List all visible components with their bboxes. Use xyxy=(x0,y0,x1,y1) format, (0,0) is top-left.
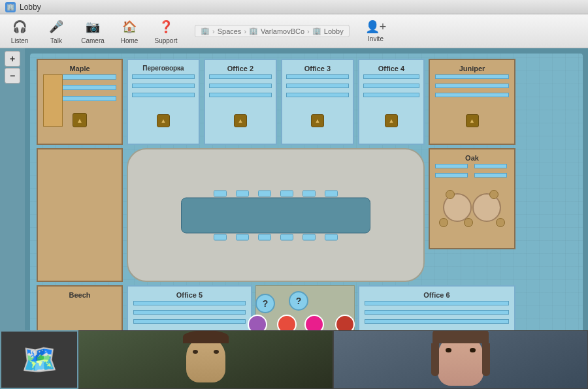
breadcrumb-company[interactable]: VarlamovBCo xyxy=(261,27,304,35)
breadcrumb-lobby-icon: 🏢 xyxy=(312,27,321,35)
zoom-out-button[interactable]: − xyxy=(5,68,20,84)
talk-label: Talk xyxy=(50,37,62,44)
camera-button[interactable]: 📷 Camera xyxy=(80,18,106,44)
home-button[interactable]: 🏠 Home xyxy=(116,18,142,44)
talk-button[interactable]: 🎤 Talk xyxy=(43,18,69,44)
unknown-person: ? xyxy=(255,294,275,313)
map-icon: 🗺️ xyxy=(22,343,57,377)
support-label: Support xyxy=(154,37,177,44)
toolbar: 🎧 Listen 🎤 Talk 📷 Camera 🏠 Home ❓ Suppor… xyxy=(0,14,588,48)
listen-label: Listen xyxy=(11,37,29,44)
breadcrumb-spaces-label[interactable]: Spaces xyxy=(218,27,242,35)
support-icon: ❓ xyxy=(157,18,175,36)
zoom-in-button[interactable]: + xyxy=(5,51,20,67)
room-office2[interactable]: Office 2 ▲ xyxy=(204,59,277,145)
room-peregovorka[interactable]: Переговорка ▲ xyxy=(127,59,200,145)
room-oak[interactable]: Oak xyxy=(429,148,515,249)
office5-label: Office 5 xyxy=(128,291,251,299)
office2-label: Office 2 xyxy=(205,65,276,72)
room-office3[interactable]: Office 3 ▲ xyxy=(281,59,354,145)
listen-icon: 🎧 xyxy=(10,18,29,36)
title-bar-text: Lobby xyxy=(20,3,41,12)
home-icon: 🏠 xyxy=(120,18,139,36)
video-cell-person2[interactable] xyxy=(333,330,588,389)
beech-label: Beech xyxy=(38,291,122,299)
peregovorka-label: Переговорка xyxy=(128,65,199,72)
invite-icon: 👤+ xyxy=(365,20,387,34)
office3-label: Office 3 xyxy=(282,65,353,72)
office4-label: Office 4 xyxy=(359,65,423,72)
maple-label: Maple xyxy=(38,65,122,72)
room-maple[interactable]: Maple ▲ xyxy=(37,59,123,145)
room-office4[interactable]: Office 4 ▲ xyxy=(358,59,425,145)
invite-label: Invite xyxy=(368,35,384,42)
oak-label: Oak xyxy=(430,154,514,162)
talk-icon: 🎤 xyxy=(47,18,65,36)
camera-label: Camera xyxy=(81,37,105,44)
breadcrumb-company-icon: 🏢 xyxy=(249,27,258,35)
title-bar: 🏢 Lobby xyxy=(0,0,588,14)
listen-button[interactable]: 🎧 Listen xyxy=(7,18,33,44)
home-label: Home xyxy=(121,37,139,44)
video-cell-person1[interactable] xyxy=(78,330,333,389)
office6-label: Office 6 xyxy=(359,291,514,299)
breadcrumb-spaces[interactable]: 🏢 xyxy=(201,27,210,35)
room-juniper[interactable]: Juniper ▲ xyxy=(429,59,515,145)
camera-icon: 📷 xyxy=(84,18,102,36)
breadcrumb-lobby[interactable]: Lobby xyxy=(324,27,344,35)
support-button[interactable]: ❓ Support xyxy=(153,18,179,44)
video-cell-map[interactable]: 🗺️ xyxy=(0,330,78,389)
juniper-label: Juniper xyxy=(430,65,514,72)
app-icon: 🏢 xyxy=(5,2,16,12)
breadcrumb[interactable]: 🏢 › Spaces › 🏢 VarlamovBCo › 🏢 Lobby xyxy=(195,25,350,37)
video-strip: 🗺️ xyxy=(0,330,588,389)
invite-button[interactable]: 👤+ Invite xyxy=(365,20,387,42)
